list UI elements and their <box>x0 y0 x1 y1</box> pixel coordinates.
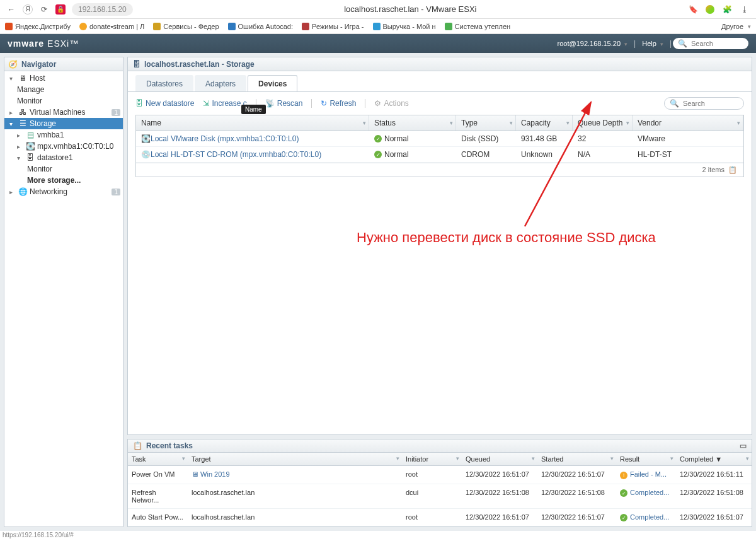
task-row[interactable]: Auto Start Pow... localhost.raschet.lan … <box>128 509 752 527</box>
device-row[interactable]: 💽 Local VMware Disk (mpx.vmhba1:C0:T0:L0… <box>136 131 743 147</box>
bookmarks-bar: Яндекс.Дистрибу donate•stream | Л Сервис… <box>0 19 756 34</box>
recent-tasks-header[interactable]: 📋Recent tasks ▭ <box>128 439 752 453</box>
nav-networking[interactable]: ▸🌐Networking1 <box>4 186 123 197</box>
col-name[interactable]: Name▾ <box>136 115 369 131</box>
session-menu[interactable]: root@192.168.15.20 ▾ <box>553 40 633 47</box>
panel-toggle-icon[interactable]: ▭ <box>740 441 747 450</box>
col-status[interactable]: Status▾ <box>369 115 456 131</box>
col-started[interactable]: Started▾ <box>537 453 616 465</box>
tab-devices[interactable]: Devices <box>248 75 297 92</box>
host-icon: 🖥 <box>18 74 27 83</box>
bookmark-icon[interactable]: 🔖 <box>688 4 698 15</box>
recent-tasks-panel: 📋Recent tasks ▭ Task▾ Target▾ Initiator▾… <box>127 439 752 527</box>
network-icon: 🌐 <box>18 187 27 196</box>
bookmark-item[interactable]: Выручка - Мой н <box>373 23 436 30</box>
nav-storage[interactable]: ▾☰Storage <box>4 118 123 129</box>
col-initiator[interactable]: Initiator▾ <box>402 453 462 465</box>
chevron-down-icon: ▾ <box>670 455 673 462</box>
chevron-down-icon: ▾ <box>363 120 366 126</box>
nav-host-monitor[interactable]: Monitor <box>4 95 123 107</box>
device-name-link[interactable]: Local HL-DT-ST CD-ROM (mpx.vmhba0:C0:T0:… <box>151 150 321 159</box>
bookmarks-overflow[interactable]: Другое▾ <box>721 23 751 30</box>
col-vendor[interactable]: Vendor▾ <box>633 115 743 131</box>
search-icon: 🔍 <box>670 99 679 108</box>
device-row[interactable]: 💿 Local HL-DT-ST CD-ROM (mpx.vmhba0:C0:T… <box>136 147 743 163</box>
nav-vmhba1[interactable]: ▸▤vmhba1 <box>4 129 123 141</box>
rescan-button[interactable]: 📡Rescan <box>265 99 303 108</box>
grid-search-input[interactable] <box>682 99 738 108</box>
refresh-button[interactable]: ↻Refresh <box>321 99 356 108</box>
disk-icon: 💽 <box>141 134 151 143</box>
global-search-input[interactable] <box>690 39 740 48</box>
count-badge: 1 <box>112 189 120 195</box>
chevron-down-icon: ▾ <box>737 120 740 126</box>
col-type[interactable]: Type▾ <box>456 115 516 131</box>
nav-ds-monitor[interactable]: Monitor <box>4 163 123 175</box>
disk-icon: 💽 <box>26 142 35 151</box>
chevron-down-icon: ▾ <box>396 455 399 462</box>
bookmark-item[interactable]: Яндекс.Дистрибу <box>5 23 71 30</box>
nav-host-manage[interactable]: Manage <box>4 84 123 95</box>
tab-datastores[interactable]: Datastores <box>135 75 193 92</box>
yandex-home-icon[interactable]: Я <box>23 4 33 15</box>
reload-icon[interactable]: ⟳ <box>39 4 49 15</box>
chevron-down-icon: ▾ <box>746 455 749 462</box>
extensions-icon[interactable]: 🧩 <box>722 4 732 15</box>
tasks-icon: 📋 <box>133 441 142 450</box>
help-menu[interactable]: Help ▾ <box>637 40 668 47</box>
increase-capacity-button[interactable]: ⇲Increase c <box>203 99 246 108</box>
back-icon[interactable]: ← <box>6 4 16 15</box>
tasks-header-row: Task▾ Target▾ Initiator▾ Queued▾ Started… <box>128 453 752 466</box>
task-row[interactable]: Refresh Networ... localhost.raschet.lan … <box>128 484 752 509</box>
actions-button[interactable]: ⚙Actions <box>374 99 408 108</box>
copy-icon[interactable]: 📋 <box>728 166 737 174</box>
col-task[interactable]: Task▾ <box>128 453 188 465</box>
status-ok-icon: ✓ <box>374 151 382 158</box>
count-badge: 1 <box>112 109 120 116</box>
col-completed[interactable]: Completed ▼▾ <box>676 453 752 465</box>
bookmark-item[interactable]: donate•stream | Л <box>79 23 144 30</box>
vm-icon: 🖧 <box>18 108 27 117</box>
rescan-icon: 📡 <box>265 99 275 108</box>
browser-toolbar: ← Я ⟳ 🔒 192.168.15.20 localhost.raschet.… <box>0 0 756 19</box>
chevron-down-icon: ▾ <box>510 120 513 126</box>
bookmark-item[interactable]: Режимы - Игра - <box>302 23 364 30</box>
storage-icon: 🗄 <box>133 60 140 69</box>
new-datastore-button[interactable]: 🗄New datastore <box>135 99 194 108</box>
url-field[interactable]: 192.168.15.20 <box>72 3 133 16</box>
device-name-link[interactable]: Local VMware Disk (mpx.vmhba1:C0:T0:L0) <box>151 134 299 143</box>
col-capacity[interactable]: Capacity▾ <box>516 115 573 131</box>
nav-disk-mpx[interactable]: ▸💽mpx.vmhba1:C0:T0:L0 <box>4 141 123 152</box>
lock-warning-icon[interactable]: 🔒 <box>55 4 66 15</box>
nav-datastore1[interactable]: ▾🗄datastore1 <box>4 152 123 163</box>
devices-grid: Name▾ Status▾ Type▾ Capacity▾ Queue Dept… <box>135 115 744 177</box>
bookmark-item[interactable]: Ошибка Autocad: <box>228 23 293 30</box>
profile-icon[interactable] <box>706 5 714 14</box>
grid-footer: 2 items📋 <box>136 163 743 177</box>
col-queue-depth[interactable]: Queue Depth▾ <box>573 115 633 131</box>
nav-host[interactable]: ▾🖥Host <box>4 73 123 84</box>
chevron-down-icon: ▾ <box>626 120 629 126</box>
status-ok-icon: ✓ <box>374 135 382 143</box>
chevron-down-icon: ▾ <box>456 455 459 462</box>
col-queued[interactable]: Queued▾ <box>462 453 537 465</box>
grid-search[interactable]: 🔍 <box>664 97 744 110</box>
task-row[interactable]: Power On VM 🖥 Win 2019 root 12/30/2022 1… <box>128 466 752 484</box>
main-panel: 🗄 localhost.raschet.lan - Storage Datast… <box>127 57 752 435</box>
status-ok-icon: ✓ <box>620 514 627 521</box>
downloads-icon[interactable]: ⭳ <box>740 4 750 15</box>
chevron-down-icon: ▾ <box>566 120 570 126</box>
bookmark-item[interactable]: Сервисы - Федер <box>153 23 219 30</box>
chevron-down-icon: ▾ <box>532 455 535 462</box>
tab-adapters[interactable]: Adapters <box>195 75 246 92</box>
nav-virtual-machines[interactable]: ▸🖧Virtual Machines1 <box>4 107 123 118</box>
nav-more-storage[interactable]: More storage... <box>4 175 123 186</box>
devices-toolbar: 🗄New datastore ⇲Increase c 📡Rescan ↻Refr… <box>128 92 752 115</box>
cdrom-icon: 💿 <box>141 150 151 159</box>
col-target[interactable]: Target▾ <box>188 453 402 465</box>
bookmark-item[interactable]: Система утеплен <box>445 23 510 30</box>
datastore-icon: 🗄 <box>26 153 35 162</box>
navigator-header: 🧭 Navigator <box>4 57 123 71</box>
global-search[interactable]: 🔍 <box>673 38 748 49</box>
col-result[interactable]: Result▾ <box>616 453 676 465</box>
